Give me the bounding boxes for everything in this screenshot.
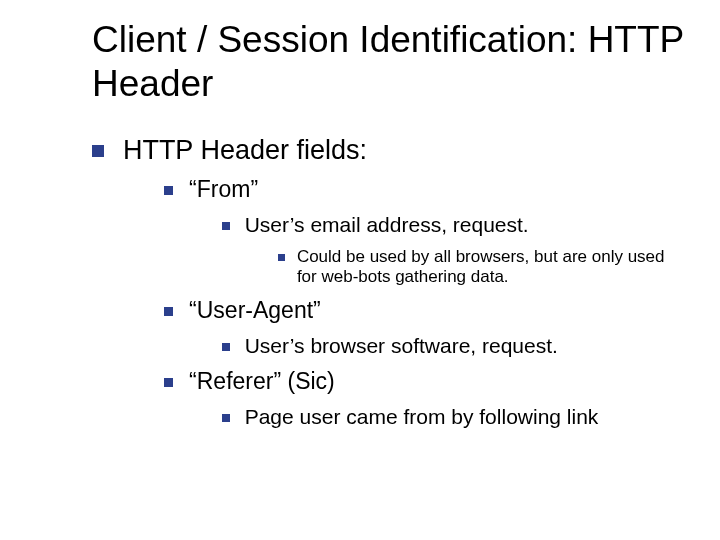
bullet-text: User’s email address, request. [245,213,529,237]
bullet-text: “From” [189,176,258,203]
bullet-text: Could be used by all browsers, but are o… [297,247,678,287]
list-item: HTTP Header fields: [92,135,688,166]
bullet-icon [222,343,230,351]
bullet-text: HTTP Header fields: [123,135,367,166]
bullet-icon [222,222,230,230]
list-item: “From” [164,176,688,203]
bullet-icon [92,145,104,157]
bullet-icon [222,414,230,422]
list-item: Could be used by all browsers, but are o… [278,247,688,287]
bullet-icon [164,378,173,387]
list-item: “User-Agent” [164,297,688,324]
bullet-text: Page user came from by following link [245,405,599,429]
list-item: User’s email address, request. [222,213,688,237]
bullet-text: “User-Agent” [189,297,321,324]
slide: Client / Session Identification: HTTP He… [0,0,720,463]
bullet-icon [164,307,173,316]
bullet-icon [164,186,173,195]
list-item: “Referer” (Sic) [164,368,688,395]
slide-title: Client / Session Identification: HTTP He… [92,18,688,107]
list-item: Page user came from by following link [222,405,688,429]
bullet-icon [278,254,285,261]
list-item: User’s browser software, request. [222,334,688,358]
bullet-text: User’s browser software, request. [245,334,558,358]
bullet-text: “Referer” (Sic) [189,368,335,395]
